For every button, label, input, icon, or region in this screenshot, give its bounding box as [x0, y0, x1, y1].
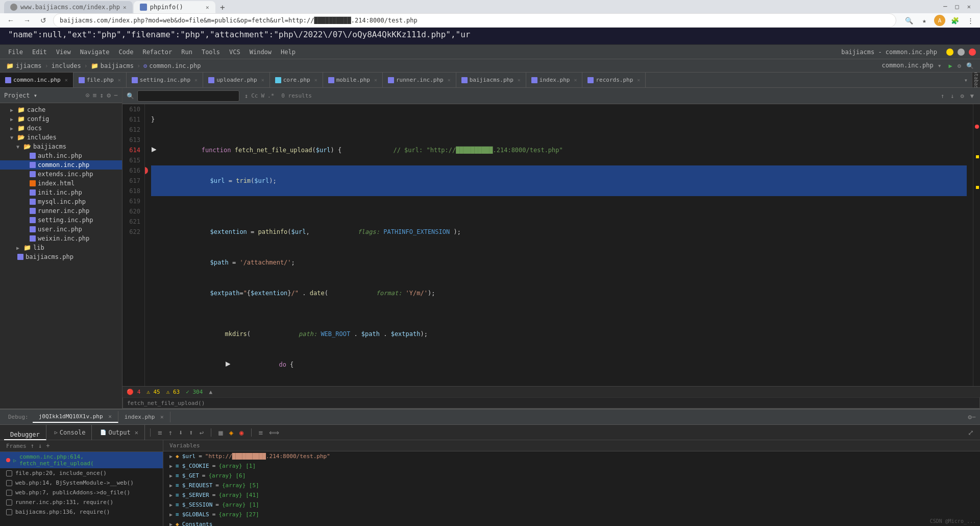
debugger-tab[interactable]: Debugger — [4, 425, 46, 440]
debug-frame-item-0[interactable]: ▷ common.inc.php:614, fetch_net_file_upl… — [0, 452, 163, 468]
debug-btn-circle[interactable]: ◉ — [237, 427, 246, 438]
nav-forward[interactable]: → — [20, 14, 34, 27]
tree-item-docs[interactable]: ▶ 📁 docs — [0, 124, 122, 133]
hide-icon[interactable]: − — [114, 91, 118, 99]
tab-close-uploader[interactable]: ✕ — [261, 77, 264, 83]
filter-icon[interactable]: ▼ — [968, 91, 976, 101]
breadcrumb-item-includes[interactable]: includes — [52, 62, 81, 69]
tree-item-init[interactable]: init.inc.php — [0, 188, 122, 197]
menu-icon[interactable]: ⋮ — [965, 15, 976, 26]
menu-file[interactable]: File — [4, 47, 27, 57]
tab-close-records[interactable]: ✕ — [637, 77, 640, 83]
debug-btn-list[interactable]: ≡ — [156, 427, 164, 438]
tree-item-lib[interactable]: ▶ 📁 lib — [0, 243, 122, 252]
menu-vcs[interactable]: VCS — [225, 47, 244, 57]
breadcrumb-item-project[interactable]: 📁 ijiacms — [6, 62, 42, 69]
breadcrumb-item-file[interactable]: ⚙ common.inc.php — [143, 62, 201, 69]
settings-icon[interactable]: ⚙ — [107, 91, 111, 99]
tree-item-auth[interactable]: auth.inc.php — [0, 151, 122, 160]
debug-var-url[interactable]: ▶ ◆ $url = "http://██████████.214:8000/t… — [163, 451, 980, 461]
tree-item-baijiacms-folder[interactable]: ▼ 📂 baijiacms — [0, 142, 122, 151]
window-minimize[interactable]: ─ — [940, 2, 950, 11]
tab-close-index[interactable]: ✕ — [574, 77, 577, 83]
output-close[interactable]: ✕ — [135, 425, 138, 440]
breadcrumb-file-dropdown[interactable]: common.inc.php ▾ — [882, 62, 942, 69]
address-bar[interactable]: baijiacms.com/index.php?mod=web&do=file&… — [53, 13, 896, 28]
search-icon[interactable]: 🔍 — [903, 15, 915, 26]
tree-item-index-html[interactable]: index.html — [0, 179, 122, 188]
tab-close-file[interactable]: ✕ — [118, 77, 121, 83]
debug-btn-down-into[interactable]: ⬇ — [177, 427, 185, 438]
debug-var-request[interactable]: ▶ ≡ $_REQUEST = {array} [5] — [163, 481, 980, 490]
editor-tab-setting[interactable]: setting.inc.php ✕ — [127, 73, 203, 88]
editor-tab-records[interactable]: records.php ✕ — [582, 73, 646, 88]
nav-reload[interactable]: ↺ — [37, 14, 50, 27]
debug-file-tab-2[interactable]: index.php ✕ — [118, 412, 170, 422]
editor-tab-file[interactable]: file.php ✕ — [74, 73, 127, 88]
debug-hide-icon[interactable]: − — [972, 413, 976, 421]
tree-item-extends[interactable]: extends.inc.php — [0, 170, 122, 179]
next-result-icon[interactable]: ↓ — [948, 91, 956, 101]
more-tabs-button[interactable]: ▾ — [960, 77, 972, 84]
editor-tab-index[interactable]: index.php ✕ — [526, 73, 583, 88]
menu-view[interactable]: View — [52, 47, 75, 57]
debug-btn-step[interactable]: ↩ — [198, 427, 206, 438]
sync-icon[interactable]: ⊙ — [86, 91, 90, 99]
sort-icon[interactable]: ↕ — [100, 91, 104, 99]
tree-item-common[interactable]: common.inc.php — [0, 160, 122, 170]
window-close[interactable]: ✕ — [964, 2, 974, 11]
nav-back[interactable]: ← — [4, 14, 17, 27]
regex-icon[interactable]: .* — [267, 92, 274, 99]
code-content[interactable]: } ⯈ function fetch_net_file_upload ( $ur… — [145, 104, 973, 386]
browser-tab-2[interactable]: phpinfo() ✕ — [134, 1, 215, 13]
output-tab[interactable]: 📄 Output ✕ — [94, 425, 145, 440]
console-tab[interactable]: ▷ Console — [48, 425, 92, 440]
tab-close-baijiacms[interactable]: ✕ — [518, 77, 521, 83]
find-options-icon[interactable]: ⚙ — [959, 91, 966, 101]
tab2-close[interactable]: ✕ — [206, 4, 209, 11]
editor-tab-baijiacms[interactable]: baijiacms.php ✕ — [456, 73, 526, 88]
tab-close-setting[interactable]: ✕ — [194, 77, 198, 83]
tree-item-cache[interactable]: ▶ 📁 cache — [0, 105, 122, 114]
tree-item-runner[interactable]: runner.inc.php — [0, 206, 122, 216]
menu-tools[interactable]: Tools — [198, 47, 224, 57]
bookmark-icon[interactable]: ★ — [919, 15, 930, 26]
tree-item-mysql[interactable]: mysql.inc.php — [0, 197, 122, 206]
debug-var-server[interactable]: ▶ ≡ $_SERVER = {array} [41] — [163, 490, 980, 500]
tree-item-includes[interactable]: ▼ 📂 includes — [0, 133, 122, 142]
window-maximize[interactable]: □ — [952, 2, 962, 11]
ide-settings-icon[interactable]: ⚙ — [958, 62, 961, 69]
ide-minimize[interactable] — [946, 49, 953, 56]
debug-btn-grid[interactable]: ▦ — [216, 427, 225, 438]
debug-frame-item-2[interactable]: web.php:14, BjSystemModule->__web() — [0, 478, 163, 488]
search-everywhere-icon[interactable]: 🔍 — [966, 62, 974, 69]
tree-item-user[interactable]: user.inc.php — [0, 225, 122, 234]
search-expand-icon[interactable]: 🔍 — [127, 92, 134, 100]
browser-tab-1[interactable]: www.baijiacms.com/index.php ✕ — [4, 1, 133, 13]
editor-tab-runner[interactable]: runner.inc.php ✕ — [383, 73, 456, 88]
profile-icon[interactable]: A — [934, 15, 945, 26]
cc-icon[interactable]: Cc — [251, 92, 258, 99]
menu-window[interactable]: Window — [246, 47, 276, 57]
debug-btn-up[interactable]: ↑ — [166, 427, 174, 438]
debug-btn-diamond[interactable]: ◈ — [227, 427, 235, 438]
debug-frame-item-5[interactable]: baijiacms.php:136, require() — [0, 507, 163, 517]
debug-var-get[interactable]: ▶ ≡ $_GET = {array} [6] — [163, 471, 980, 481]
frames-up-icon[interactable]: ↑ — [31, 442, 34, 449]
menu-code[interactable]: Code — [115, 47, 138, 57]
debug-var-globals[interactable]: ▶ ≡ $GLOBALS = {array} [27] — [163, 510, 980, 519]
tree-item-baijiacms-php[interactable]: baijiacms.php — [0, 252, 122, 261]
word-icon[interactable]: W — [261, 92, 264, 99]
debug-var-session[interactable]: ▶ ≡ $_SESSION = {array} [1] — [163, 500, 980, 510]
menu-edit[interactable]: Edit — [28, 47, 51, 57]
tab-close-core[interactable]: ✕ — [314, 77, 317, 83]
tab1-close[interactable]: ✕ — [123, 4, 127, 11]
menu-navigate[interactable]: Navigate — [76, 47, 114, 57]
debug-settings-icon[interactable]: ⚙ — [968, 413, 972, 421]
menu-run[interactable]: Run — [177, 47, 197, 57]
search-input[interactable] — [137, 90, 239, 102]
editor-tab-uploader[interactable]: uploader.php ✕ — [203, 73, 270, 88]
debug-file-2-close[interactable]: ✕ — [160, 414, 164, 420]
prev-result-icon[interactable]: ↑ — [939, 91, 946, 101]
editor-tab-common[interactable]: common.inc.php ✕ — [0, 73, 74, 88]
